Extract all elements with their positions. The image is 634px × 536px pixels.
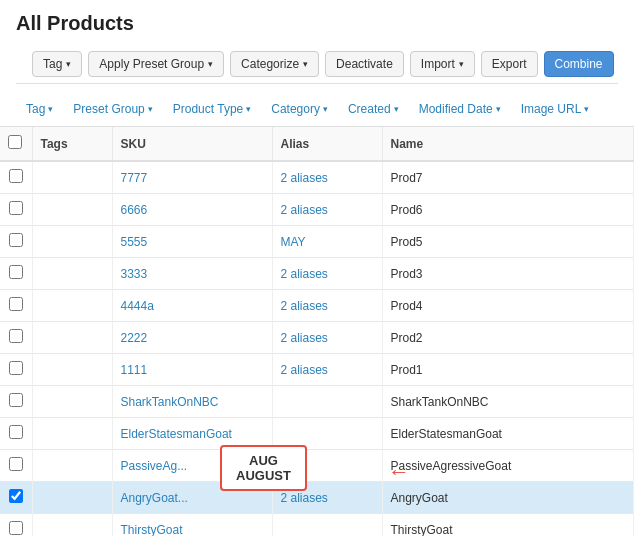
row-sku: 1111 [112,354,272,386]
apply-preset-button[interactable]: Apply Preset Group ▾ [88,51,224,77]
row-name: Prod7 [382,161,634,194]
row-alias: MAY [272,226,382,258]
sku-link[interactable]: ThirstyGoat [121,523,183,537]
sku-link[interactable]: 4444a [121,299,154,313]
row-name: Prod4 [382,290,634,322]
row-checkbox[interactable] [9,297,23,311]
table-row: AngryGoat...2 aliasesAngryGoat [0,482,634,514]
tag-button[interactable]: Tag ▾ [32,51,82,77]
filter-product-type-caret-icon: ▾ [246,104,251,114]
row-checkbox-cell [0,290,32,322]
row-checkbox-cell [0,354,32,386]
page-header: All Products Tag ▾ Apply Preset Group ▾ … [0,0,634,92]
table-row: ThirstyGoatThirstyGoat [0,514,634,537]
table-row: 33332 aliasesProd3 [0,258,634,290]
alias-link[interactable]: MAY [281,235,306,249]
row-tags [32,482,112,514]
filter-modified-date[interactable]: Modified Date ▾ [409,98,511,120]
row-sku: 4444a [112,290,272,322]
filter-product-type[interactable]: Product Type ▾ [163,98,262,120]
header-name: Name [382,127,634,161]
filter-created[interactable]: Created ▾ [338,98,409,120]
sku-link[interactable]: SharkTankOnNBC [121,395,219,409]
filter-category-caret-icon: ▾ [323,104,328,114]
sku-link[interactable]: 1111 [121,363,148,377]
row-checkbox[interactable] [9,201,23,215]
filter-modified-date-caret-icon: ▾ [496,104,501,114]
filter-tag[interactable]: Tag ▾ [16,98,63,120]
row-checkbox-cell [0,514,32,537]
row-checkbox-cell [0,482,32,514]
row-sku: 5555 [112,226,272,258]
table-row: 11112 aliasesProd1 [0,354,634,386]
row-checkbox[interactable] [9,457,23,471]
filter-image-url[interactable]: Image URL ▾ [511,98,600,120]
row-checkbox-cell [0,161,32,194]
filter-row: Tag ▾ Preset Group ▾ Product Type ▾ Cate… [0,92,634,127]
row-checkbox[interactable] [9,521,23,535]
row-checkbox[interactable] [9,425,23,439]
tooltip-line2: AUGUST [236,468,291,483]
row-sku: 6666 [112,194,272,226]
sku-link[interactable]: 3333 [121,267,148,281]
row-name: ThirstyGoat [382,514,634,537]
row-name: Prod6 [382,194,634,226]
combine-button[interactable]: Combine [544,51,614,77]
header-sku: SKU [112,127,272,161]
alias-link[interactable]: 2 aliases [281,171,328,185]
sku-link[interactable]: 7777 [121,171,148,185]
row-checkbox[interactable] [9,265,23,279]
alias-link[interactable]: 2 aliases [281,299,328,313]
categorize-button[interactable]: Categorize ▾ [230,51,319,77]
row-name: SharkTankOnNBC [382,386,634,418]
row-checkbox[interactable] [9,361,23,375]
row-checkbox-cell [0,418,32,450]
alias-link[interactable]: 2 aliases [281,331,328,345]
sku-link[interactable]: PassiveAg... [121,459,188,473]
deactivate-button[interactable]: Deactivate [325,51,404,77]
filter-created-caret-icon: ▾ [394,104,399,114]
row-sku: 2222 [112,322,272,354]
row-tags [32,194,112,226]
row-name: AngryGoat [382,482,634,514]
row-tags [32,161,112,194]
table-row: 22222 aliasesProd2 [0,322,634,354]
row-tags [32,322,112,354]
row-sku: 7777 [112,161,272,194]
row-checkbox[interactable] [9,169,23,183]
row-tags [32,418,112,450]
sku-link[interactable]: ElderStatesmanGoat [121,427,232,441]
row-sku: ThirstyGoat [112,514,272,537]
row-checkbox[interactable] [9,233,23,247]
table-row: 4444a2 aliasesProd4 [0,290,634,322]
select-all-checkbox[interactable] [8,135,22,149]
row-alias [272,386,382,418]
alias-link[interactable]: 2 aliases [281,363,328,377]
filter-preset-caret-icon: ▾ [148,104,153,114]
apply-preset-caret-icon: ▾ [208,59,213,69]
import-button[interactable]: Import ▾ [410,51,475,77]
alias-link[interactable]: 2 aliases [281,203,328,217]
sku-link[interactable]: AngryGoat... [121,491,188,505]
header-alias: Alias [272,127,382,161]
row-checkbox[interactable] [9,329,23,343]
row-name: Prod5 [382,226,634,258]
alias-link[interactable]: 2 aliases [281,267,328,281]
export-button[interactable]: Export [481,51,538,77]
row-checkbox[interactable] [9,393,23,407]
row-alias: 2 aliases [272,194,382,226]
row-alias: 2 aliases [272,161,382,194]
filter-preset-group[interactable]: Preset Group ▾ [63,98,162,120]
sku-link[interactable]: 2222 [121,331,148,345]
row-alias: 2 aliases [272,258,382,290]
sku-link[interactable]: 5555 [121,235,148,249]
filter-category[interactable]: Category ▾ [261,98,338,120]
row-alias: 2 aliases [272,322,382,354]
row-checkbox[interactable] [9,489,23,503]
import-caret-icon: ▾ [459,59,464,69]
row-checkbox-cell [0,322,32,354]
row-sku: 3333 [112,258,272,290]
sku-link[interactable]: 6666 [121,203,148,217]
alias-link[interactable]: 2 aliases [281,491,328,505]
row-tags [32,450,112,482]
